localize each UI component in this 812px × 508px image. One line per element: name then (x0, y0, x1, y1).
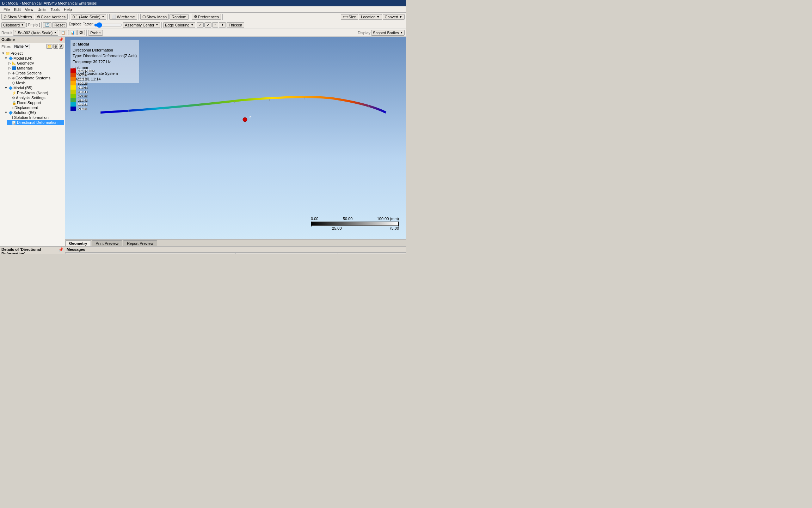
tree-item-materials[interactable]: ▷ 🟦 Materials (7, 66, 64, 71)
tree-item-prestress[interactable]: ⚡ Pre-Stress (None) (7, 90, 64, 95)
show-mesh-icon: ⬡ (142, 14, 146, 19)
clipboard-dropdown[interactable]: Clipboard (1, 22, 25, 28)
tree-item-solution-info[interactable]: ℹ Solution Information (7, 115, 64, 120)
msg-col-assoc: Association (236, 253, 338, 254)
cb-item-1: 873.67 (70, 73, 94, 77)
menu-units[interactable]: Units (35, 7, 48, 12)
menu-bar: File Edit View Units Tools Help (0, 6, 406, 13)
thicken-btn[interactable]: Thicken (227, 22, 245, 28)
msg-col-timestamp: Timestamp (338, 253, 406, 254)
viewport[interactable]: B: Modal Directional Deformation Type: D… (65, 37, 406, 239)
expand-materials[interactable]: ▷ (8, 66, 11, 70)
cb-swatch-0 (70, 68, 76, 73)
empty-label: [ Empty ] (26, 23, 40, 27)
details-header: Details of 'Directional Deformation' 📌 (0, 247, 65, 254)
tree-item-modal[interactable]: ▼ 🔷 Modal (B5) (4, 85, 64, 90)
explode-label: Explode Factor: (69, 22, 93, 28)
beam-visualization: ↺ (93, 79, 393, 150)
reset-btn[interactable]: Reset (52, 22, 67, 28)
menu-view[interactable]: View (23, 7, 36, 12)
tree-item-model[interactable]: ▼ 🔷 Model (B4) (4, 56, 64, 61)
cb-swatch-3 (70, 81, 76, 85)
cb-swatch-6 (70, 94, 76, 98)
expand-solution[interactable]: ▼ (4, 111, 8, 114)
expand-geometry[interactable]: ▷ (8, 61, 11, 65)
cb-swatch-2 (70, 77, 76, 81)
scale-dropdown[interactable]: 0.1 (Auto Scale) (71, 14, 106, 20)
size-btn[interactable]: ⟺ Size (341, 14, 358, 20)
sep-tb2-2 (161, 22, 162, 28)
tree-item-analysis-settings[interactable]: ⚙ Analysis Settings (7, 95, 64, 100)
toolbar-1: ⊙Show Vertices ⊗Close Vertices 0.1 (Auto… (0, 13, 406, 21)
title-bar: B : Modal - Mechanical [ANSYS Mechanical… (0, 0, 406, 6)
expand-modal[interactable]: ▼ (4, 86, 8, 90)
filter-icon-3[interactable]: A (59, 44, 63, 49)
tree-item-cross-sections[interactable]: ▷ ✚ Cross Sections (7, 71, 64, 75)
edge-coloring-dropdown[interactable]: Edge Coloring (163, 22, 195, 28)
cb-swatch-4 (70, 85, 76, 90)
preferences-icon: ⚙ (194, 14, 197, 19)
tab-geometry[interactable]: Geometry (65, 240, 91, 246)
location-btn[interactable]: Location ▼ (359, 14, 382, 20)
convert-btn[interactable]: Convert ▼ (383, 14, 405, 20)
probe-btn[interactable]: Probe (88, 30, 103, 36)
tab-print-preview[interactable]: Print Preview (92, 240, 122, 246)
wireframe-btn[interactable]: ⬜Wireframe (109, 14, 137, 20)
menu-file[interactable]: File (1, 7, 12, 12)
tab-report-preview[interactable]: Report Preview (123, 240, 157, 246)
details-pin-icon[interactable]: 📌 (59, 247, 63, 254)
edge-icon-2[interactable]: ↙ (204, 22, 211, 28)
tree-item-directional-deformation[interactable]: 📊 Directional Deformation (7, 120, 64, 125)
edge-icon-4[interactable]: ✦ (219, 22, 226, 28)
tree-item-geometry[interactable]: ▷ 📐 Geometry (7, 61, 64, 66)
edge-icon-1[interactable]: ↗ (197, 22, 204, 28)
cb-item-3: 655.25 (70, 81, 94, 85)
tree-item-fixed-support[interactable]: 🔒 Fixed Support (7, 100, 64, 105)
filter-icon-1[interactable]: 📁 (46, 44, 53, 49)
edge-icon-3[interactable]: ↑ (212, 22, 218, 28)
new-icon-btn[interactable]: 🔄 (43, 22, 51, 28)
explode-slider[interactable] (94, 22, 122, 28)
tree-item-coord-systems[interactable]: ▷ ⊕ Coordinate Systems (7, 75, 64, 80)
menu-help[interactable]: Help (62, 7, 74, 12)
sep-5 (222, 14, 223, 20)
show-vertices-btn[interactable]: ⊙Show Vertices (1, 14, 34, 20)
scoped-bodies-dropdown[interactable]: Scoped Bodies (371, 30, 405, 36)
bottom-section: Details of 'Directional Deformation' 📌 ▼… (0, 246, 406, 254)
result-icon-3[interactable]: 🖼 (77, 30, 85, 35)
result-icon-2[interactable]: 📊 (68, 30, 76, 35)
tree-item-displacement[interactable]: ↕ Displacement (7, 105, 64, 110)
close-vertices-btn[interactable]: ⊗Close Vertices (35, 14, 68, 20)
bottom-right-area: Messages Text Association Timestamp (65, 247, 406, 254)
result-dropdown[interactable]: 1.5e-002 (Auto Scale) (13, 30, 58, 36)
preferences-btn[interactable]: ⚙Preferences (192, 14, 221, 20)
menu-tools[interactable]: Tools (48, 7, 62, 12)
cb-swatch-8 (70, 102, 76, 107)
show-mesh-btn[interactable]: ⬡Show Mesh (140, 14, 169, 20)
tree-item-project[interactable]: ▼ 📁 Project (1, 51, 64, 56)
main-area: Outline 📌 Filter: Name 📁 ⊕ A ▼ 📁 Project… (0, 37, 406, 246)
cb-item-0: 982.87 Max (70, 68, 94, 73)
random-btn[interactable]: Random (170, 14, 189, 20)
assembly-center-dropdown[interactable]: Assembly Center (123, 22, 160, 28)
menu-edit[interactable]: Edit (12, 7, 23, 12)
toolbar3-icons: 📋 📊 🖼 (59, 30, 85, 35)
cb-item-6: 327.62 (70, 94, 94, 98)
expand-coord-systems[interactable]: ▷ (8, 76, 11, 80)
msg-col-text: Text (66, 253, 236, 254)
outline-pin-icon[interactable]: 📌 (59, 37, 63, 42)
result-label: Result (1, 31, 12, 35)
tree-item-solution[interactable]: ▼ 🔷 Solution (B6) (4, 110, 64, 115)
outline-tree: ▼ 📁 Project ▼ 🔷 Model (B4) ▷ 📐 Geometry … (0, 50, 65, 246)
cb-swatch-1 (70, 73, 76, 77)
expand-cross-sections[interactable]: ▷ (8, 71, 11, 75)
expand-model[interactable]: ▼ (4, 56, 8, 60)
result-icon-1[interactable]: 📋 (59, 30, 67, 35)
cb-item-2: 764.46 (70, 77, 94, 81)
show-vertices-icon: ⊙ (4, 14, 7, 19)
filter-icon-2[interactable]: ⊕ (53, 44, 58, 49)
filter-select[interactable]: Name (13, 44, 30, 49)
tree-item-mesh[interactable]: ⬡ Mesh (7, 80, 64, 85)
expand-project[interactable]: ▼ (1, 52, 5, 55)
cb-item-7: 218.42 (70, 98, 94, 102)
